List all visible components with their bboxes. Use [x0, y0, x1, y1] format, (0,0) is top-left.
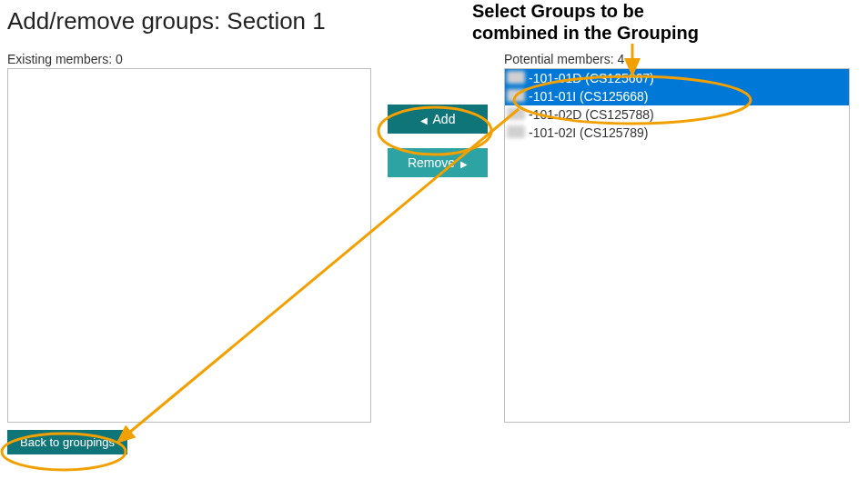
list-item[interactable]: -101-02D (CS125788) — [505, 105, 849, 124]
page-title: Add/remove groups: Section 1 — [0, 0, 868, 52]
redacted-prefix — [507, 125, 525, 138]
triangle-left-icon: ◀ — [420, 115, 428, 125]
list-item[interactable]: -101-02I (CS125789) — [505, 124, 849, 142]
triangle-right-icon: ▶ — [460, 159, 468, 169]
remove-button-label: Remove — [408, 155, 455, 170]
redacted-prefix — [507, 71, 525, 84]
back-to-groupings-button[interactable]: Back to groupings — [7, 430, 127, 454]
list-item[interactable]: -101-01D (CS125667) — [505, 69, 849, 87]
existing-members-label: Existing members: 0 — [7, 52, 371, 66]
potential-members-listbox[interactable]: -101-01D (CS125667)-101-01I (CS125668)-1… — [504, 68, 850, 423]
potential-members-label: Potential members: 4 — [504, 52, 850, 66]
list-item-label: -101-01I (CS125668) — [529, 89, 649, 104]
list-item-label: -101-02I (CS125789) — [529, 125, 649, 140]
redacted-prefix — [507, 107, 525, 120]
add-button-label: Add — [433, 112, 456, 126]
list-item-label: -101-02D (CS125788) — [529, 107, 654, 122]
add-button[interactable]: ◀Add — [388, 105, 488, 134]
remove-button[interactable]: Remove▶ — [388, 148, 488, 177]
list-item-label: -101-01D (CS125667) — [529, 71, 654, 85]
redacted-prefix — [507, 89, 525, 102]
list-item[interactable]: -101-01I (CS125668) — [505, 87, 849, 105]
existing-members-listbox[interactable] — [7, 68, 371, 423]
